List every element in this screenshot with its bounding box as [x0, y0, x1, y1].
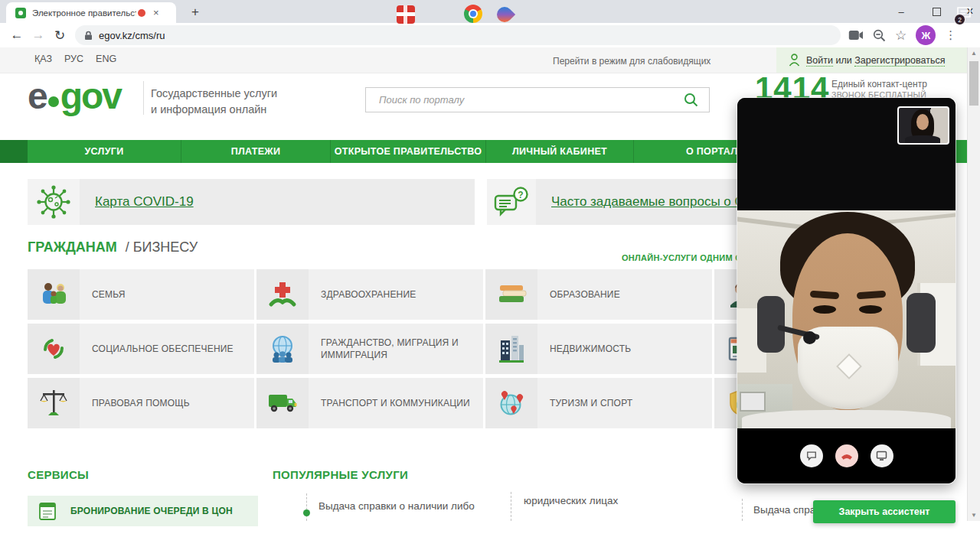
- booking-icon: [38, 501, 57, 521]
- egov-logo[interactable]: e gov: [28, 75, 121, 117]
- tile-legal-help[interactable]: ПРАВОВАЯ ПОМОЩЬ: [28, 378, 254, 428]
- bookmark-star-icon[interactable]: ☆: [895, 28, 906, 44]
- browser-tab[interactable]: Электронное правительстве ×: [6, 2, 176, 23]
- lang-eng[interactable]: ENG: [96, 54, 116, 64]
- faq-icon: ?: [487, 179, 536, 225]
- chat-icon: [806, 451, 817, 461]
- popular-item-1[interactable]: Выдача справки о наличии либо: [318, 500, 475, 512]
- page-scrollbar[interactable]: ▲ ▼: [967, 47, 980, 521]
- tab-close-icon[interactable]: ×: [153, 7, 159, 18]
- reload-icon[interactable]: ↻: [49, 28, 70, 44]
- scroll-down-icon[interactable]: ▼: [968, 509, 980, 521]
- tile-social-security[interactable]: СОЦИАЛЬНОЕ ОБЕСПЕЧЕНИЕ: [28, 324, 254, 374]
- egov-favicon: [15, 8, 26, 18]
- tile-label: ТРАНСПОРТ И КОММУНИКАЦИИ: [309, 378, 483, 428]
- popular-heading: ПОПУЛЯРНЫЕ УСЛУГИ: [273, 468, 408, 481]
- nav-personal-cabinet[interactable]: ЛИЧНЫЙ КАБИНЕТ: [485, 140, 633, 163]
- accessibility-mode-link[interactable]: Перейти в режим для слабовидящих: [553, 56, 710, 67]
- hangup-phone-icon: [841, 451, 853, 461]
- family-icon: [28, 269, 80, 320]
- address-bar[interactable]: egov.kz/cms/ru: [75, 25, 841, 45]
- lang-rus[interactable]: РУС: [64, 54, 83, 64]
- nav-services[interactable]: УСЛУГИ: [28, 140, 181, 163]
- login-link[interactable]: Войти или Зарегистрироваться: [806, 55, 945, 66]
- real-estate-icon: [485, 324, 537, 374]
- social-security-icon: [28, 324, 80, 374]
- tab-recording-icon: [138, 9, 145, 17]
- notification-badge: 2: [954, 14, 965, 25]
- tile-transport[interactable]: ТРАНСПОРТ И КОММУНИКАЦИИ: [256, 378, 483, 428]
- back-icon[interactable]: ←: [6, 28, 28, 43]
- popular-item-line: [306, 493, 307, 521]
- tile-label: ПРАВОВАЯ ПОМОЩЬ: [80, 378, 254, 428]
- popular-item-2[interactable]: юридических лицах: [524, 495, 618, 506]
- screen-share-button[interactable]: [871, 444, 893, 467]
- video-assistant-panel: [737, 98, 956, 483]
- tile-family[interactable]: СЕМЬЯ: [28, 269, 254, 320]
- booking-queue-label: БРОНИРОВАНИЕ ОЧЕРЕДИ В ЦОН: [70, 506, 233, 516]
- restore-icon: [933, 8, 941, 16]
- assistant-video-top: [737, 98, 956, 210]
- contact-center-label: Единый контакт-центр: [831, 79, 927, 89]
- audience-citizens[interactable]: ГРАЖДАНАМ: [28, 239, 117, 255]
- profile-avatar[interactable]: Ж: [916, 25, 936, 45]
- booking-queue-tile[interactable]: БРОНИРОВАНИЕ ОЧЕРЕДИ В ЦОН: [28, 496, 258, 526]
- browser-menu-icon[interactable]: ⋮: [945, 28, 956, 42]
- hangup-button[interactable]: [835, 444, 858, 467]
- covid-map-link[interactable]: Карта COVID-19: [95, 194, 194, 210]
- login-zone[interactable]: Войти или Зарегистрироваться: [776, 47, 968, 73]
- tile-label: ОБРАЗОВАНИЕ: [537, 269, 712, 320]
- chat-button[interactable]: [800, 444, 823, 467]
- new-tab-button[interactable]: +: [187, 4, 204, 21]
- portal-search-input[interactable]: [377, 93, 684, 106]
- nav-payments[interactable]: ПЛАТЕЖИ: [181, 140, 330, 163]
- url-text: egov.kz/cms/ru: [99, 30, 165, 41]
- tile-label: ЗДРАВООХРАНЕНИЕ: [309, 269, 483, 320]
- gift-icon: [397, 5, 415, 24]
- zoom-out-icon[interactable]: [873, 29, 886, 42]
- language-switcher: ҚАЗ РУС ENG: [34, 54, 116, 64]
- tile-education[interactable]: ОБРАЗОВАНИЕ: [485, 269, 712, 320]
- tile-real-estate[interactable]: НЕДВИЖИМОСТЬ: [485, 324, 712, 374]
- virus-icon: [28, 179, 80, 225]
- education-icon: [485, 269, 537, 320]
- window-minimize-button[interactable]: –: [888, 0, 914, 23]
- nav-home-block[interactable]: [0, 140, 28, 163]
- headset-earcup-left: [757, 296, 785, 353]
- tile-citizenship[interactable]: ГРАЖДАНСТВО, МИГРАЦИЯ И ИММИГРАЦИЯ: [256, 324, 483, 374]
- window-restore-button[interactable]: [923, 0, 949, 23]
- logo-divider: [143, 81, 144, 115]
- headset-mic-icon: [803, 331, 816, 344]
- tile-label: СЕМЬЯ: [80, 269, 254, 320]
- timeline-dot: [303, 509, 310, 516]
- browser-toolbar: ← → ↻ egov.kz/cms/ru ☆ Ж ⋮: [0, 23, 980, 47]
- screen-icon: [876, 451, 887, 461]
- logo-gov-text: gov: [60, 75, 121, 117]
- chrome-icon: [464, 5, 482, 23]
- svg-text:?: ?: [518, 190, 523, 200]
- audience-heading: ГРАЖДАНАМ / БИЗНЕСУ: [28, 239, 198, 255]
- healthcare-icon: [256, 269, 309, 320]
- tile-healthcare[interactable]: ЗДРАВООХРАНЕНИЕ: [256, 269, 483, 320]
- covid-map-banner[interactable]: Карта COVID-19: [28, 179, 475, 225]
- portal-search[interactable]: [365, 87, 710, 112]
- camera-icon[interactable]: [848, 30, 864, 41]
- tile-tourism[interactable]: ТУРИЗМ И СПОРТ: [485, 378, 712, 428]
- self-view-video: [897, 106, 949, 145]
- close-assistant-button[interactable]: Закрыть ассистент: [813, 500, 956, 523]
- audience-business[interactable]: / БИЗНЕСУ: [126, 239, 198, 255]
- lang-kaz[interactable]: ҚАЗ: [34, 54, 52, 64]
- services-heading: СЕРВИСЫ: [28, 468, 89, 481]
- popular-item-line: [511, 492, 511, 521]
- scroll-up-icon[interactable]: ▲: [968, 47, 980, 59]
- browser-tabstrip: Электронное правительстве × + – ×: [0, 0, 980, 23]
- user-icon: [789, 54, 800, 67]
- nav-open-government[interactable]: ОТКРЫТОЕ ПРАВИТЕЛЬСТВО: [330, 140, 485, 163]
- forward-icon[interactable]: →: [28, 28, 49, 43]
- popular-item-line: [742, 499, 743, 521]
- covid-faq-link[interactable]: Часто задаваемые вопросы о CO: [551, 194, 754, 210]
- action-center-button[interactable]: 2: [956, 5, 974, 24]
- search-icon[interactable]: [684, 93, 698, 107]
- tile-label: ГРАЖДАНСТВО, МИГРАЦИЯ И ИММИГРАЦИЯ: [309, 324, 483, 374]
- scrollbar-thumb[interactable]: [969, 61, 978, 106]
